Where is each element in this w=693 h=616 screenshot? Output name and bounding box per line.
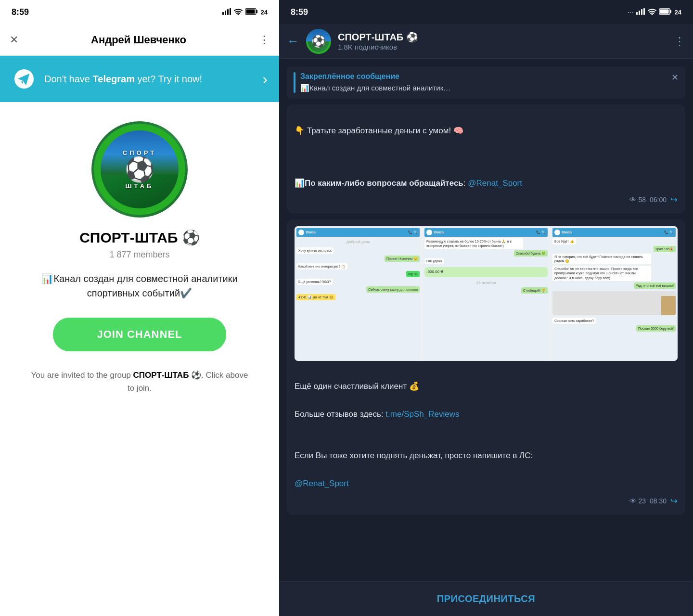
wifi-icon-right: [648, 8, 656, 16]
pinned-text: 📊Канал создан для совместной аналитик…: [300, 83, 667, 93]
message-1-time: 06:00: [650, 195, 667, 205]
telegram-logo: [12, 66, 37, 91]
channel-header-info: СПОРТ-ШТАБ ⚽ 1.8K подписчиков: [338, 31, 667, 51]
close-button[interactable]: ✕: [10, 34, 18, 46]
channel-avatar-left: СПОРТ ⚽ ШТАБ: [91, 121, 188, 218]
ellipsis-icon-right: ···: [628, 8, 633, 16]
top-bar-left: ✕ Андрей Шевченко ⋮: [0, 24, 279, 56]
channel-info: СПОРТ ⚽ ШТАБ СПОРТ-ШТАБ ⚽ 1 877 members …: [0, 102, 279, 616]
forward-button-1[interactable]: ↪: [670, 193, 678, 207]
svg-rect-9: [636, 12, 638, 15]
status-icons-right: ··· 24: [628, 8, 681, 16]
signal-icon-right: [636, 8, 645, 16]
battery-icon-right: [659, 8, 672, 16]
contact-link-2[interactable]: @Renat_Sport: [295, 479, 349, 488]
channel-description: 📊Канал создан для совместной аналитики с…: [14, 271, 265, 300]
join-channel-button-right[interactable]: ПРИСОЕДИНИТЬСЯ: [437, 593, 535, 604]
svg-rect-6: [256, 10, 257, 13]
battery-icon-left: [245, 8, 258, 16]
message-1: 👇 Тратьте заработанные деньги с умом! 🧠 …: [287, 104, 685, 214]
screenshot-collage: Вова 📞 🔍 Добрый день Хочу купить экспрес…: [295, 226, 678, 361]
eye-icon-2: 👁: [629, 496, 636, 507]
svg-rect-10: [639, 11, 640, 15]
messages-area: Закреплённое сообщение 📊Канал создан для…: [279, 59, 693, 581]
join-channel-button[interactable]: JOIN CHANNEL: [53, 318, 226, 351]
signal-icon-left: [222, 8, 231, 16]
pinned-close-button[interactable]: ✕: [671, 72, 679, 83]
svg-rect-3: [230, 8, 231, 15]
invite-text: You are invited to the group СПОРТ-ШТАБ …: [14, 369, 265, 395]
svg-rect-11: [641, 9, 642, 15]
svg-rect-1: [225, 11, 226, 15]
message-2-text: Ещё один счастливый клиент 💰 Больше отзы…: [295, 366, 678, 491]
forward-button-2[interactable]: ↪: [670, 495, 678, 508]
bottom-bar: ПРИСОЕДИНИТЬСЯ: [279, 581, 693, 616]
message-1-text: 👇 Тратьте заработанные деньги с умом! 🧠 …: [295, 111, 678, 190]
svg-rect-2: [227, 9, 229, 15]
channel-name-left: СПОРТ-ШТАБ ⚽: [79, 229, 200, 246]
top-bar-right: ← ⚽ СПОРТ-ШТАБ ⚽ 1.8K подписчиков ⋮: [279, 24, 693, 59]
channel-subscribers: 1.8K подписчиков: [338, 43, 667, 51]
more-button-right[interactable]: ⋮: [674, 35, 685, 48]
svg-rect-7: [246, 9, 255, 13]
status-icons-left: 24: [222, 8, 268, 16]
back-button[interactable]: ←: [287, 34, 299, 49]
svg-rect-15: [670, 10, 671, 13]
pinned-bar: [294, 72, 295, 93]
svg-rect-12: [643, 8, 645, 15]
reviews-link[interactable]: t.me/SpSh_Reviews: [385, 410, 459, 419]
svg-point-13: [651, 13, 653, 15]
banner-arrow-icon: ›: [262, 70, 268, 88]
pinned-content: Закреплённое сообщение 📊Канал создан для…: [300, 72, 667, 93]
pinned-title: Закреплённое сообщение: [300, 72, 667, 81]
telegram-banner-text: Don't have Telegram yet? Try it now!: [44, 74, 255, 85]
message-2-time: 08:30: [650, 496, 667, 507]
pinned-message: Закреплённое сообщение 📊Канал создан для…: [287, 66, 685, 99]
more-button-left[interactable]: ⋮: [259, 34, 270, 46]
wifi-icon-left: [234, 8, 243, 16]
eye-icon-1: 👁: [629, 195, 636, 205]
battery-num-left: 24: [261, 9, 268, 16]
svg-rect-0: [222, 12, 224, 15]
svg-point-4: [237, 13, 239, 15]
channel-header-avatar: ⚽: [306, 29, 331, 54]
message-2: Вова 📞 🔍 Добрый день Хочу купить экспрес…: [287, 219, 685, 515]
status-bar-right: 8:59 ··· 24: [279, 0, 693, 24]
channel-header-name: СПОРТ-ШТАБ ⚽: [338, 31, 667, 43]
status-time-left: 8:59: [12, 7, 29, 17]
status-bar-left: 8:59 24: [0, 0, 279, 24]
status-time-right: 8:59: [291, 7, 308, 17]
left-panel: 8:59 24 ✕ Андрей Шевченко ⋮: [0, 0, 279, 616]
battery-num-right: 24: [675, 9, 681, 16]
svg-rect-16: [660, 9, 668, 13]
telegram-banner[interactable]: Don't have Telegram yet? Try it now! ›: [0, 56, 279, 102]
contact-link-1[interactable]: @Renat_Sport: [468, 179, 522, 188]
right-panel: 8:59 ··· 24 ← ⚽ СПОРТ-ШТАБ ⚽ 1.8K подпис…: [279, 0, 693, 616]
message-1-meta: 👁 58 06:00 ↪: [295, 193, 678, 207]
page-title-left: Андрей Шевченко: [26, 34, 251, 46]
channel-members-left: 1 877 members: [109, 250, 169, 260]
message-1-views: 👁 58: [629, 195, 646, 205]
message-2-meta: 👁 23 08:30 ↪: [295, 495, 678, 508]
message-2-views: 👁 23: [629, 496, 646, 507]
